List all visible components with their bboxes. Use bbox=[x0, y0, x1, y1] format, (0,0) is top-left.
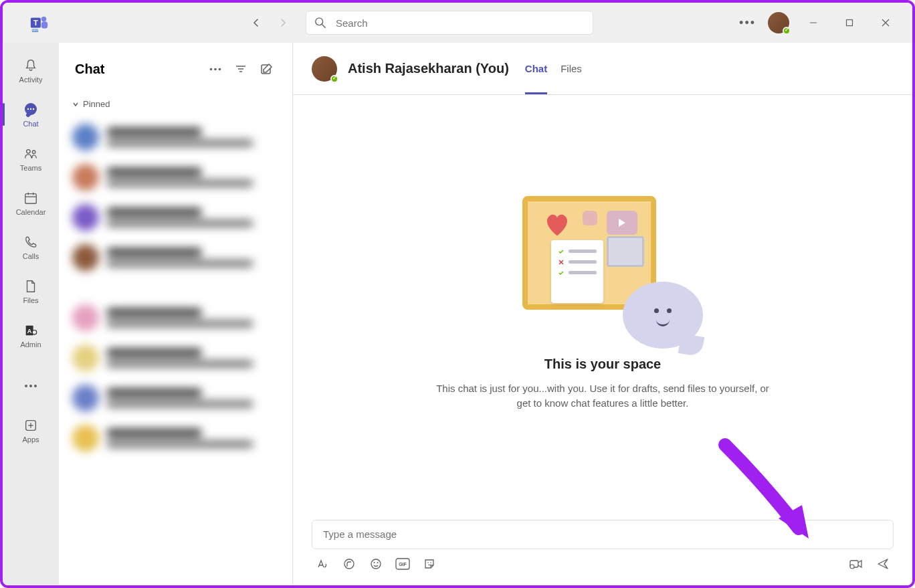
nav-forward-button[interactable] bbox=[274, 13, 292, 32]
filter-button[interactable] bbox=[231, 59, 251, 79]
svg-text:A: A bbox=[27, 328, 32, 334]
close-button[interactable] bbox=[874, 11, 898, 35]
search-icon bbox=[314, 17, 326, 29]
titlebar: TNEW ••• bbox=[3, 3, 912, 43]
tab-chat[interactable]: Chat bbox=[525, 59, 547, 78]
nav-back-button[interactable] bbox=[247, 13, 266, 32]
message-input-box[interactable] bbox=[312, 520, 894, 549]
empty-state-title: This is your space bbox=[544, 357, 662, 372]
svg-point-14 bbox=[30, 108, 31, 110]
emoji-button[interactable] bbox=[368, 556, 384, 572]
more-icon bbox=[22, 377, 39, 395]
loop-button[interactable] bbox=[341, 556, 357, 572]
svg-point-13 bbox=[27, 108, 29, 110]
search-input[interactable] bbox=[336, 17, 585, 29]
rail-admin[interactable]: A Admin bbox=[3, 314, 59, 356]
format-button[interactable] bbox=[314, 556, 330, 572]
admin-icon: A bbox=[22, 322, 39, 339]
sticker-button[interactable] bbox=[421, 556, 437, 572]
file-icon bbox=[22, 278, 39, 295]
svg-point-17 bbox=[32, 151, 35, 154]
app-rail: Activity Chat Teams Calendar Calls Files bbox=[3, 43, 59, 585]
chat-icon bbox=[22, 101, 39, 118]
rail-activity[interactable]: Activity bbox=[3, 50, 59, 91]
video-clip-button[interactable] bbox=[848, 556, 864, 572]
svg-rect-9 bbox=[847, 20, 853, 26]
rail-chat[interactable]: Chat bbox=[3, 94, 59, 135]
rail-more[interactable] bbox=[3, 365, 59, 407]
svg-point-46 bbox=[427, 562, 429, 563]
svg-point-43 bbox=[377, 562, 379, 563]
calendar-icon bbox=[22, 189, 39, 207]
presence-indicator bbox=[330, 75, 338, 83]
more-options-button[interactable]: ••• bbox=[739, 16, 756, 30]
presence-indicator bbox=[783, 27, 791, 35]
svg-point-26 bbox=[29, 385, 32, 387]
search-box[interactable] bbox=[306, 11, 593, 35]
svg-point-27 bbox=[34, 385, 37, 387]
compose-area: GIF bbox=[293, 512, 912, 585]
chevron-down-icon bbox=[72, 101, 79, 108]
minimize-button[interactable] bbox=[801, 11, 825, 35]
svg-text:NEW: NEW bbox=[32, 29, 38, 32]
svg-rect-18 bbox=[25, 194, 37, 204]
maximize-button[interactable] bbox=[837, 11, 861, 35]
svg-point-25 bbox=[25, 385, 27, 387]
svg-text:GIF: GIF bbox=[399, 562, 407, 567]
rail-calls[interactable]: Calls bbox=[3, 226, 59, 268]
svg-point-33 bbox=[219, 68, 221, 70]
svg-point-6 bbox=[316, 18, 323, 25]
rail-calendar[interactable]: Calendar bbox=[3, 182, 59, 223]
svg-point-47 bbox=[430, 562, 431, 563]
chat-main-panel: Atish Rajasekharan (You) Chat Files bbox=[293, 43, 912, 585]
phone-icon bbox=[22, 233, 39, 251]
svg-rect-3 bbox=[41, 21, 47, 28]
chat-header-name: Atish Rajasekharan (You) bbox=[348, 61, 509, 76]
svg-point-41 bbox=[371, 559, 381, 569]
rail-apps[interactable]: Apps bbox=[3, 409, 59, 451]
rail-teams[interactable]: Teams bbox=[3, 138, 59, 179]
chat-body: This is your space This chat is just for… bbox=[293, 95, 912, 512]
svg-point-15 bbox=[33, 108, 34, 110]
tab-files[interactable]: Files bbox=[561, 59, 582, 78]
apps-icon bbox=[22, 417, 39, 434]
empty-state-text: This chat is just for you...with you. Us… bbox=[432, 381, 773, 411]
teams-icon bbox=[22, 145, 39, 163]
svg-point-31 bbox=[210, 68, 213, 70]
teams-logo: TNEW bbox=[26, 9, 53, 36]
chat-header-avatar[interactable] bbox=[312, 56, 337, 82]
pinned-section[interactable]: Pinned bbox=[59, 95, 292, 113]
profile-avatar[interactable] bbox=[768, 12, 789, 33]
svg-point-32 bbox=[214, 68, 217, 70]
svg-point-16 bbox=[27, 150, 31, 154]
new-chat-button[interactable] bbox=[256, 59, 276, 79]
gif-button[interactable]: GIF bbox=[395, 556, 411, 572]
svg-point-40 bbox=[344, 559, 354, 569]
svg-point-2 bbox=[41, 17, 47, 22]
chat-list-panel: Chat Pinned bbox=[59, 43, 293, 585]
chat-header: Atish Rajasekharan (You) Chat Files bbox=[293, 43, 912, 95]
svg-text:T: T bbox=[33, 19, 38, 27]
send-button[interactable] bbox=[875, 556, 891, 572]
message-input[interactable] bbox=[323, 528, 882, 540]
svg-line-7 bbox=[322, 25, 326, 28]
bell-icon bbox=[22, 57, 39, 74]
empty-state-illustration bbox=[516, 196, 690, 343]
chat-list-title: Chat bbox=[75, 62, 200, 77]
rail-files[interactable]: Files bbox=[3, 270, 59, 312]
svg-point-42 bbox=[374, 562, 375, 563]
chat-items-blurred bbox=[59, 113, 292, 462]
svg-point-49 bbox=[850, 565, 854, 569]
chat-more-button[interactable] bbox=[205, 59, 225, 79]
